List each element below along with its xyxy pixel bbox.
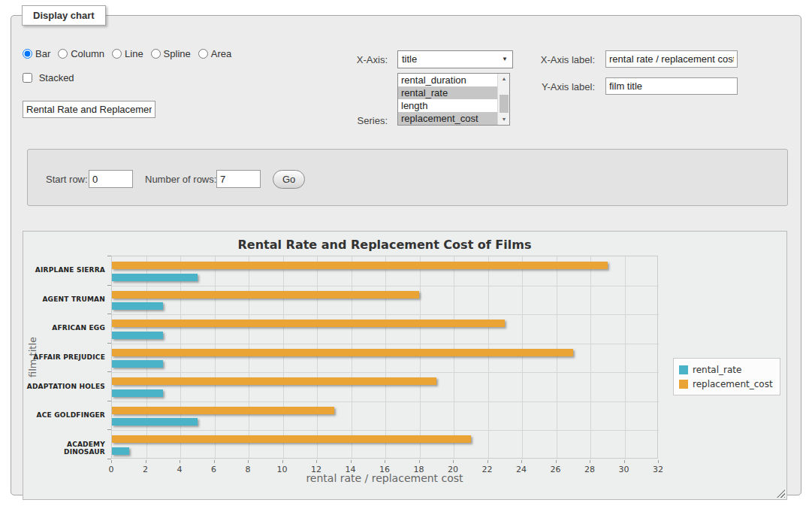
y-axis-tick xyxy=(107,285,111,286)
stacked-label: Stacked xyxy=(39,72,74,83)
x-tick-label: 32 xyxy=(643,465,673,474)
chart-type-radio-label: Column xyxy=(71,48,104,59)
x-axis-tick xyxy=(556,460,557,463)
x-gridline xyxy=(180,256,181,459)
start-row-input[interactable] xyxy=(89,170,133,188)
x-tick-label: 10 xyxy=(267,465,297,474)
bar-rental_rate[interactable] xyxy=(112,447,129,455)
x-tick-label: 16 xyxy=(370,465,400,474)
y-gridline xyxy=(112,401,659,402)
y-axis-tick xyxy=(107,429,111,430)
y-axis-tick xyxy=(107,371,111,372)
x-tick-label: 6 xyxy=(199,465,229,474)
chart-type-option-column: Column xyxy=(58,48,104,59)
x-axis-tick xyxy=(658,460,659,463)
x-tick-label: 8 xyxy=(233,465,263,474)
scroll-down-icon[interactable]: ▼ xyxy=(498,114,510,125)
x-gridline xyxy=(590,256,591,459)
x-axis-label-input[interactable] xyxy=(605,50,738,68)
bar-rental_rate[interactable] xyxy=(112,332,163,339)
category-label: ADAPTATION HOLES xyxy=(26,383,105,390)
x-gridline xyxy=(625,256,626,459)
y-axis-label-input[interactable] xyxy=(605,77,738,95)
x-axis-tick xyxy=(590,460,590,463)
category-label: ACADEMY DINOSAUR xyxy=(26,441,105,456)
bar-replacement_cost[interactable] xyxy=(112,349,573,356)
x-axis-label-label: X-Axis label: xyxy=(533,54,595,65)
bar-replacement_cost[interactable] xyxy=(112,407,334,414)
chart-type-radio-column[interactable] xyxy=(58,49,68,59)
x-tick-label: 24 xyxy=(506,465,536,474)
chart-type-option-bar: Bar xyxy=(23,48,50,59)
x-tick-label: 28 xyxy=(575,465,605,474)
bar-rental_rate[interactable] xyxy=(112,360,163,368)
x-gridline xyxy=(557,256,557,459)
scroll-up-icon[interactable]: ▲ xyxy=(498,74,510,84)
bar-replacement_cost[interactable] xyxy=(112,377,436,385)
bar-replacement_cost[interactable] xyxy=(112,262,608,269)
y-axis-label-label: Y-Axis label: xyxy=(533,81,595,92)
bar-rental_rate[interactable] xyxy=(112,274,198,281)
chart-type-radio-line[interactable] xyxy=(112,49,122,59)
bar-rental_rate[interactable] xyxy=(112,389,163,397)
series-option-rental_rate[interactable]: rental_rate xyxy=(398,86,498,99)
series-option-rental_duration[interactable]: rental_duration xyxy=(398,74,498,86)
x-axis-tick xyxy=(521,460,522,463)
chart-type-radio-label: Bar xyxy=(35,48,50,59)
series-multiselect[interactable]: ▲ ▼ rental_durationrental_ratelengthrepl… xyxy=(397,73,510,126)
x-axis-select[interactable]: title ▼ xyxy=(397,50,513,68)
chart-title-input[interactable] xyxy=(23,101,155,118)
resize-grip[interactable] xyxy=(777,489,785,498)
stacked-option: Stacked xyxy=(23,72,74,83)
category-label: AGENT TRUMAN xyxy=(26,295,105,303)
category-label: ACE GOLDFINGER xyxy=(26,411,105,419)
number-of-rows-input[interactable] xyxy=(216,170,261,188)
x-tick-label: 22 xyxy=(472,465,503,474)
chart-legend: rental_ratereplacement_cost xyxy=(673,358,780,395)
x-tick-label: 0 xyxy=(96,465,126,474)
chart-plot-area xyxy=(111,256,658,459)
bar-rental_rate[interactable] xyxy=(112,302,163,310)
x-tick-label: 2 xyxy=(131,465,161,474)
x-axis-tick xyxy=(385,460,385,463)
bar-replacement_cost[interactable] xyxy=(112,291,419,298)
series-select-label: Series: xyxy=(331,115,388,126)
x-tick-label: 18 xyxy=(404,465,434,474)
series-option-replacement_cost[interactable]: replacement_cost xyxy=(398,112,498,125)
y-gridline xyxy=(112,286,659,286)
bar-replacement_cost[interactable] xyxy=(112,320,505,327)
legend-item-rental_rate[interactable]: rental_rate xyxy=(679,362,773,377)
series-list-scrollbar[interactable]: ▲ ▼ xyxy=(497,74,509,125)
x-gridline xyxy=(146,256,147,459)
chart-type-radio-spline[interactable] xyxy=(151,49,161,59)
bar-replacement_cost[interactable] xyxy=(112,435,471,443)
series-option-length[interactable]: length xyxy=(398,99,498,112)
chart-type-radio-bar[interactable] xyxy=(23,49,32,59)
y-axis-tick xyxy=(107,314,111,314)
category-label: AFRICAN EGG xyxy=(26,324,105,332)
go-button[interactable]: Go xyxy=(273,170,305,189)
x-tick-label: 14 xyxy=(336,465,366,474)
x-gridline xyxy=(283,256,284,459)
start-row-label: Start row: xyxy=(46,174,88,185)
chart-type-option-spline: Spline xyxy=(151,48,191,59)
stacked-checkbox[interactable] xyxy=(23,73,32,83)
x-axis-tick xyxy=(248,460,249,463)
chart-type-option-line: Line xyxy=(112,48,143,59)
y-axis-tick xyxy=(107,256,111,256)
legend-label: replacement_cost xyxy=(693,379,773,389)
chart-type-radio-label: Area xyxy=(211,48,231,59)
chart-type-radio-area[interactable] xyxy=(198,49,208,59)
x-tick-label: 4 xyxy=(165,465,195,474)
x-axis-tick xyxy=(316,460,317,463)
number-of-rows-label: Number of rows: xyxy=(145,174,216,185)
legend-item-replacement_cost[interactable]: replacement_cost xyxy=(679,377,773,391)
x-axis-select-label: X-Axis: xyxy=(331,54,388,65)
x-axis-tick xyxy=(488,460,488,463)
category-label: AIRPLANE SIERRA xyxy=(26,266,105,274)
chart-container: Rental Rate and Replacement Cost of Film… xyxy=(23,231,787,500)
scrollbar-thumb[interactable] xyxy=(500,95,509,113)
bar-rental_rate[interactable] xyxy=(112,418,198,426)
x-gridline xyxy=(215,256,216,459)
chevron-down-icon: ▼ xyxy=(502,51,508,68)
